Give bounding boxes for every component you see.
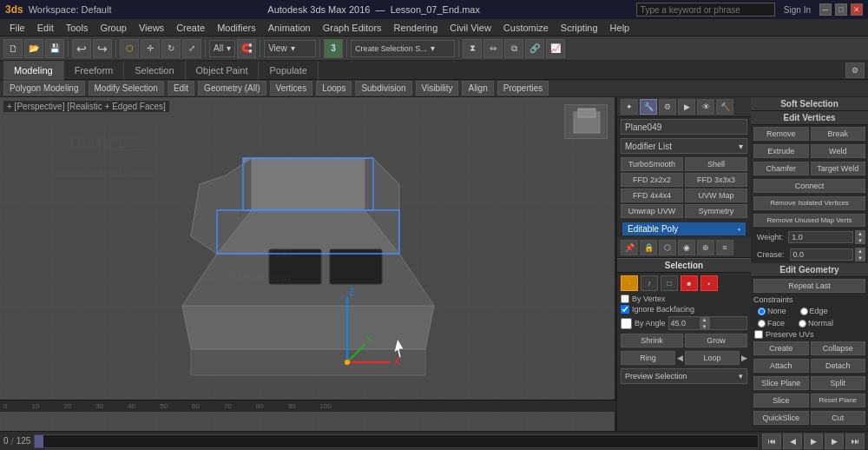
crease-up-btn[interactable]: ▲ <box>855 248 865 255</box>
timeline-area[interactable] <box>34 434 759 448</box>
symmetry-btn[interactable]: Symmetry <box>685 204 747 218</box>
preserve-uvs-checkbox[interactable] <box>754 330 763 339</box>
new-scene-btn[interactable]: 🗋 <box>3 39 23 58</box>
prev-frame-btn[interactable]: ◀ <box>783 433 802 449</box>
reset-plane-btn[interactable]: Reset Plane <box>811 394 866 407</box>
split-btn[interactable]: Split <box>811 376 866 390</box>
uvwmap-btn[interactable]: UVW Map <box>685 189 747 202</box>
angle-input[interactable] <box>669 319 700 328</box>
close-button[interactable]: ✕ <box>851 3 863 16</box>
visibility-btn[interactable]: Visibility <box>416 81 459 96</box>
search-input[interactable] <box>636 3 775 17</box>
redo-btn[interactable]: ↪ <box>93 39 112 58</box>
go-start-btn[interactable]: ⏮ <box>762 433 781 449</box>
weld-btn[interactable]: Weld <box>811 144 866 158</box>
collapse-btn[interactable]: Collapse <box>811 341 866 355</box>
minimize-button[interactable]: ─ <box>819 3 832 16</box>
hierarchy-tab-icon[interactable]: ⚙ <box>659 99 676 115</box>
weight-up-btn[interactable]: ▲ <box>855 230 865 237</box>
weight-field[interactable]: 1.0 <box>788 231 853 243</box>
ffd3x3x3-btn[interactable]: FFD 3x3x3 <box>685 173 747 187</box>
object-name-field[interactable]: Plane049 <box>621 119 747 135</box>
modifier-list-dropdown[interactable]: Modifier List ▾ <box>621 138 747 154</box>
menu-scripting[interactable]: Scripting <box>555 19 604 36</box>
layer-btn[interactable]: ⧉ <box>504 39 523 58</box>
menu-create[interactable]: Create <box>170 19 211 36</box>
select-btn[interactable]: ⬡ <box>120 39 139 58</box>
remove-isolated-btn[interactable]: Remove Isolated Vertices <box>753 196 865 210</box>
maximize-button[interactable]: □ <box>835 3 847 16</box>
xref-btn[interactable]: 🔗 <box>525 39 544 58</box>
polygon-modeling-btn[interactable]: Polygon Modeling <box>3 81 85 96</box>
menu-edit[interactable]: Edit <box>31 19 60 36</box>
wire-icon[interactable]: ⬡ <box>659 240 676 255</box>
slice-btn[interactable]: Slice <box>753 394 809 407</box>
create-tab-icon[interactable]: ✦ <box>621 99 638 115</box>
tab-object-paint[interactable]: Object Paint <box>186 61 260 80</box>
move-btn[interactable]: ✛ <box>141 39 160 58</box>
sign-in-btn[interactable]: Sign In <box>779 5 816 15</box>
element-mode-btn[interactable]: ▪ <box>700 275 718 291</box>
named-selection-dropdown[interactable]: Create Selection S... ▾ <box>351 40 455 57</box>
connect-btn[interactable]: Connect <box>753 179 865 193</box>
ring-btn[interactable]: Ring <box>621 351 675 365</box>
menu-views[interactable]: Views <box>133 19 170 36</box>
face-radio[interactable] <box>758 320 766 328</box>
preview-selection-dropdown[interactable]: Preview Selection ▾ <box>621 368 747 384</box>
menu-rendering[interactable]: Rendering <box>388 19 444 36</box>
angle-down-btn[interactable]: ▼ <box>700 323 710 330</box>
menu-file[interactable]: File <box>3 19 31 36</box>
menu-graph-editors[interactable]: Graph Editors <box>317 19 388 36</box>
attach-btn[interactable]: Attach <box>753 359 809 373</box>
motion-tab-icon[interactable]: ▶ <box>678 99 695 115</box>
make-unique-icon[interactable]: ⊕ <box>697 240 714 255</box>
tab-selection[interactable]: Selection <box>124 61 185 80</box>
shrink-btn[interactable]: Shrink <box>621 334 683 347</box>
utils-tab-icon[interactable]: 🔨 <box>716 99 733 115</box>
show-result-icon[interactable]: ◉ <box>678 240 695 255</box>
grow-btn[interactable]: Grow <box>685 334 747 347</box>
properties-btn[interactable]: Properties <box>497 81 549 96</box>
by-angle-checkbox[interactable] <box>621 318 632 329</box>
weight-down-btn[interactable]: ▼ <box>855 237 865 244</box>
repeat-last-btn[interactable]: Repeat Last <box>753 279 865 293</box>
crease-field[interactable]: 0.0 <box>790 248 853 261</box>
menu-civil-view[interactable]: Civil View <box>444 19 496 36</box>
menu-modifiers[interactable]: Modifiers <box>211 19 262 36</box>
angle-up-btn[interactable]: ▲ <box>700 316 710 323</box>
viewport[interactable]: + [Perspective] [Realistic + Edged Faces… <box>0 97 616 431</box>
view-dropdown[interactable]: View ▾ <box>264 40 316 57</box>
crease-down-btn[interactable]: ▼ <box>855 255 865 261</box>
modify-selection-btn[interactable]: Modify Selection <box>89 81 164 96</box>
ffd2x2x2-btn[interactable]: FFD 2x2x2 <box>621 173 683 187</box>
edge-radio[interactable] <box>800 308 808 315</box>
quickslice-btn[interactable]: QuickSlice <box>753 411 809 425</box>
magnet-btn[interactable]: 🧲 <box>237 39 256 58</box>
menu-help[interactable]: Help <box>604 19 636 36</box>
vertices-btn[interactable]: Vertices <box>270 81 313 96</box>
align-sub-btn[interactable]: Align <box>462 81 493 96</box>
ffd4x4x4-btn[interactable]: FFD 4x4x4 <box>621 189 683 202</box>
geometry-all-btn[interactable]: Geometry (All) <box>198 81 266 96</box>
modify-tab-icon[interactable]: 🔧 <box>640 99 657 115</box>
extrude-btn[interactable]: Extrude <box>753 144 809 158</box>
display-tab-icon[interactable]: 👁 <box>697 99 714 115</box>
tab-modeling[interactable]: Modeling <box>3 61 64 80</box>
open-btn[interactable]: 📂 <box>24 39 43 58</box>
border-mode-btn[interactable]: □ <box>661 275 678 291</box>
chamfer-btn[interactable]: Chamfer <box>753 162 809 175</box>
unwrapuvw-btn[interactable]: Unwrap UVW <box>621 204 683 218</box>
by-vertex-checkbox[interactable] <box>621 294 629 303</box>
tab-populate[interactable]: Populate <box>259 61 318 80</box>
vertex-mode-btn[interactable]: · <box>621 275 638 291</box>
tab-options-btn[interactable]: ⚙ <box>845 63 865 78</box>
filter-dropdown[interactable]: All ▾ <box>209 40 235 57</box>
go-end-btn[interactable]: ⏭ <box>845 433 865 449</box>
remove-unused-btn[interactable]: Remove Unused Map Verts <box>753 214 865 228</box>
edit-btn[interactable]: Edit <box>168 81 194 96</box>
lock-icon[interactable]: 🔒 <box>640 240 657 255</box>
editable-poly-item[interactable]: Editable Poly ▪ <box>622 222 746 235</box>
edge-mode-btn[interactable]: / <box>641 275 658 291</box>
poly-mode-btn[interactable]: ■ <box>681 275 698 291</box>
none-radio[interactable] <box>758 308 766 315</box>
